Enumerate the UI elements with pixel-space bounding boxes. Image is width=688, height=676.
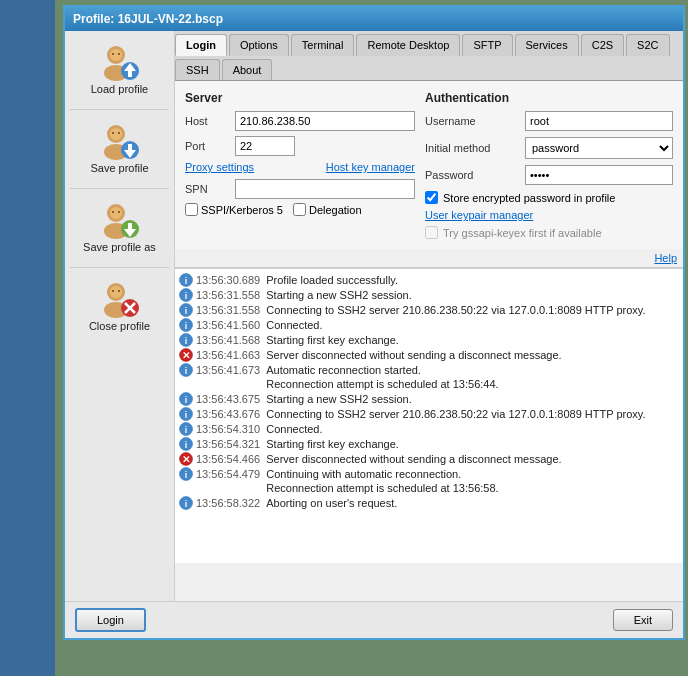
svg-rect-7 bbox=[128, 71, 132, 77]
username-row: Username bbox=[425, 111, 673, 131]
info-icon: i bbox=[179, 273, 193, 287]
log-timestamp: 13:56:43.676 bbox=[196, 407, 260, 421]
save-profile-button[interactable]: Save profile bbox=[72, 120, 167, 178]
help-area: Help bbox=[175, 249, 683, 268]
log-timestamp: 13:56:41.663 bbox=[196, 348, 260, 362]
log-entry: ✕13:56:41.663Server disconnected without… bbox=[179, 348, 679, 362]
log-message: Connected. bbox=[266, 422, 322, 436]
sspi-checkbox-item[interactable]: SSPI/Kerberos 5 bbox=[185, 203, 283, 216]
username-label: Username bbox=[425, 115, 525, 127]
tab-login[interactable]: Login bbox=[175, 34, 227, 56]
log-message: Starting first key exchange. bbox=[266, 333, 399, 347]
port-input[interactable] bbox=[235, 136, 295, 156]
port-label: Port bbox=[185, 140, 235, 152]
svg-point-9 bbox=[110, 128, 122, 140]
svg-text:i: i bbox=[185, 366, 188, 376]
tab-ssh[interactable]: SSH bbox=[175, 59, 220, 80]
password-input[interactable] bbox=[525, 165, 673, 185]
spn-label: SPN bbox=[185, 183, 235, 195]
log-message: Aborting on user's request. bbox=[266, 496, 397, 510]
log-message: Server disconnected without sending a di… bbox=[266, 452, 561, 466]
svg-text:i: i bbox=[185, 291, 188, 301]
log-timestamp: 13:56:41.673 bbox=[196, 363, 260, 377]
host-label: Host bbox=[185, 115, 235, 127]
log-message: Starting a new SSH2 session. bbox=[266, 288, 412, 302]
close-profile-button[interactable]: Close profile bbox=[72, 278, 167, 336]
dialog-footer: Login Exit bbox=[65, 601, 683, 638]
gssapi-checkbox bbox=[425, 226, 438, 239]
svg-text:i: i bbox=[185, 306, 188, 316]
log-message: Connected. bbox=[266, 318, 322, 332]
save-profile-as-icon bbox=[100, 203, 140, 239]
info-icon: i bbox=[179, 303, 193, 317]
svg-text:i: i bbox=[185, 440, 188, 450]
log-timestamp: 13:56:54.310 bbox=[196, 422, 260, 436]
authentication-section: Authentication Username Initial method p… bbox=[425, 91, 673, 239]
tab-options[interactable]: Options bbox=[229, 34, 289, 56]
store-encrypted-row: Store encrypted password in profile bbox=[425, 191, 673, 204]
help-link[interactable]: Help bbox=[654, 252, 677, 264]
log-area[interactable]: i13:56:30.689Profile loaded successfully… bbox=[175, 268, 683, 563]
delegation-checkbox-item[interactable]: Delegation bbox=[293, 203, 362, 216]
svg-text:i: i bbox=[185, 499, 188, 509]
log-message: Server disconnected without sending a di… bbox=[266, 348, 561, 362]
svg-point-3 bbox=[118, 53, 120, 55]
spn-input[interactable] bbox=[235, 179, 415, 199]
svg-text:i: i bbox=[185, 321, 188, 331]
exit-button[interactable]: Exit bbox=[613, 609, 673, 631]
close-profile-icon bbox=[100, 282, 140, 318]
tab-terminal[interactable]: Terminal bbox=[291, 34, 355, 56]
initial-method-row: Initial method password public key keybo… bbox=[425, 137, 673, 159]
tab-s2c[interactable]: S2C bbox=[626, 34, 669, 56]
info-icon: i bbox=[179, 288, 193, 302]
info-icon: i bbox=[179, 437, 193, 451]
proxy-settings-link[interactable]: Proxy settings bbox=[185, 161, 254, 173]
load-profile-icon bbox=[100, 45, 140, 81]
info-icon: i bbox=[179, 392, 193, 406]
info-icon: i bbox=[179, 318, 193, 332]
info-icon: i bbox=[179, 363, 193, 377]
tab-sftp[interactable]: SFTP bbox=[462, 34, 512, 56]
delegation-checkbox[interactable] bbox=[293, 203, 306, 216]
log-message: Starting a new SSH2 session. bbox=[266, 392, 412, 406]
host-key-manager-link[interactable]: Host key manager bbox=[326, 161, 415, 173]
svg-point-1 bbox=[110, 49, 122, 61]
tab-services[interactable]: Services bbox=[515, 34, 579, 56]
initial-method-select[interactable]: password public key keyboard-interactive… bbox=[525, 137, 673, 159]
log-entry: i13:56:31.558Starting a new SSH2 session… bbox=[179, 288, 679, 302]
server-section: Server Host Port Proxy settings Host key… bbox=[185, 91, 415, 239]
load-profile-button[interactable]: Load profile bbox=[72, 41, 167, 99]
sspi-label: SSPI/Kerberos 5 bbox=[201, 204, 283, 216]
host-input[interactable] bbox=[235, 111, 415, 131]
gssapi-row: Try gssapi-keyex first if available bbox=[425, 226, 673, 239]
gssapi-label: Try gssapi-keyex first if available bbox=[443, 227, 602, 239]
log-timestamp: 13:56:58.322 bbox=[196, 496, 260, 510]
log-timestamp: 13:56:31.558 bbox=[196, 303, 260, 317]
tab-about[interactable]: About bbox=[222, 59, 273, 80]
svg-text:i: i bbox=[185, 410, 188, 420]
svg-text:i: i bbox=[185, 276, 188, 286]
log-timestamp: 13:56:31.558 bbox=[196, 288, 260, 302]
tab-remote-desktop[interactable]: Remote Desktop bbox=[356, 34, 460, 56]
svg-text:✕: ✕ bbox=[182, 454, 190, 465]
sspi-checkbox[interactable] bbox=[185, 203, 198, 216]
svg-point-11 bbox=[118, 132, 120, 134]
svg-point-19 bbox=[118, 211, 120, 213]
port-row: Port bbox=[185, 136, 415, 156]
tab-c2s[interactable]: C2S bbox=[581, 34, 624, 56]
left-panel: Load profile Save bbox=[65, 31, 175, 601]
login-button[interactable]: Login bbox=[75, 608, 146, 632]
store-encrypted-checkbox[interactable] bbox=[425, 191, 438, 204]
info-icon: i bbox=[179, 407, 193, 421]
user-keypair-link[interactable]: User keypair manager bbox=[425, 209, 673, 221]
save-profile-as-button[interactable]: Save profile as bbox=[72, 199, 167, 257]
dialog-title: Profile: 16JUL-VN-22.bscp bbox=[73, 12, 223, 26]
log-timestamp: 13:56:30.689 bbox=[196, 273, 260, 287]
log-entry: i13:56:54.321Starting first key exchange… bbox=[179, 437, 679, 451]
auth-label: Authentication bbox=[425, 91, 673, 105]
username-input[interactable] bbox=[525, 111, 673, 131]
svg-text:✕: ✕ bbox=[182, 350, 190, 361]
save-profile-as-label: Save profile as bbox=[83, 241, 156, 253]
save-profile-icon bbox=[100, 124, 140, 160]
log-entry: i13:56:31.558Connecting to SSH2 server 2… bbox=[179, 303, 679, 317]
